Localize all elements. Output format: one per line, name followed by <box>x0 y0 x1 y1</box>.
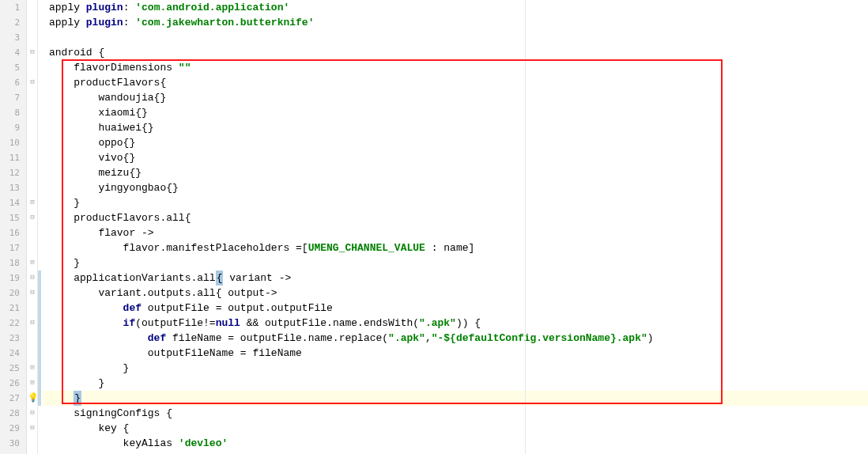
line-number: 10 <box>0 135 20 150</box>
brace-match-highlight: { <box>216 271 224 286</box>
code-line[interactable]: flavor -> <box>43 225 868 240</box>
fold-end-icon: ⊡ <box>28 379 36 387</box>
line-number: 24 <box>0 346 20 361</box>
line-number: 25 <box>0 361 20 376</box>
code-line[interactable]: } <box>43 255 868 271</box>
line-number: 22 <box>0 316 20 331</box>
line-number: 3 <box>0 30 20 45</box>
line-number: 17 <box>0 240 20 255</box>
fold-toggle-icon[interactable]: ⊟ <box>28 78 36 86</box>
fold-toggle-icon[interactable]: ⊟ <box>28 319 36 327</box>
line-number: 18 <box>0 255 20 271</box>
fold-toggle-icon[interactable]: ⊟ <box>28 424 36 432</box>
code-line[interactable]: key { <box>43 421 868 436</box>
code-line[interactable]: apply plugin: 'com.jakewharton.butterkni… <box>43 15 868 30</box>
caret-position: } <box>74 391 81 406</box>
line-number: 5 <box>0 60 20 75</box>
wrap-guide-line <box>525 0 526 454</box>
code-line[interactable]: vivo{} <box>43 150 868 165</box>
code-area[interactable]: apply plugin: 'com.android.application' … <box>43 0 868 454</box>
code-line[interactable]: def fileName = outputFile.name.replace("… <box>43 331 868 346</box>
line-number: 27 <box>0 391 20 406</box>
code-line-current[interactable]: } <box>43 391 868 406</box>
line-number: 28 <box>0 406 20 421</box>
line-number: 26 <box>0 376 20 391</box>
intention-bulb-icon[interactable]: 💡 <box>28 393 37 403</box>
code-line[interactable]: signingConfigs { <box>43 406 868 421</box>
code-line[interactable]: xiaomi{} <box>43 105 868 120</box>
line-number: 8 <box>0 105 20 120</box>
code-line[interactable]: wandoujia{} <box>43 90 868 105</box>
code-line[interactable]: flavor.manifestPlaceholders =[UMENG_CHAN… <box>43 240 868 255</box>
change-marker <box>38 271 41 406</box>
code-line[interactable]: } <box>43 376 868 391</box>
line-number: 6 <box>0 75 20 90</box>
line-number: 9 <box>0 120 20 135</box>
line-number: 12 <box>0 165 20 180</box>
code-line[interactable]: meizu{} <box>43 165 868 180</box>
code-line[interactable]: outputFileName = fileName <box>43 346 868 361</box>
line-number: 7 <box>0 90 20 105</box>
fold-toggle-icon[interactable]: ⊟ <box>28 289 36 297</box>
code-line[interactable]: } <box>43 195 868 210</box>
code-line[interactable]: productFlavors.all{ <box>43 210 868 225</box>
code-line[interactable]: } <box>43 361 868 376</box>
line-number: 20 <box>0 286 20 301</box>
code-line[interactable]: def outputFile = output.outputFile <box>43 301 868 316</box>
line-number: 2 <box>0 15 20 30</box>
code-line[interactable] <box>43 30 868 45</box>
line-number: 15 <box>0 210 20 225</box>
code-line[interactable]: keyAlias 'devleo' <box>43 436 868 451</box>
code-line[interactable]: oppo{} <box>43 135 868 150</box>
code-line[interactable]: applicationVariants.all{ variant -> <box>43 271 868 286</box>
line-number: 29 <box>0 421 20 436</box>
line-number: 4 <box>0 45 20 60</box>
code-line[interactable]: huaiwei{} <box>43 120 868 135</box>
code-line[interactable]: if(outputFile!=null && outputFile.name.e… <box>43 316 868 331</box>
fold-end-icon: ⊡ <box>28 259 36 267</box>
code-line[interactable]: yingyongbao{} <box>43 180 868 195</box>
fold-toggle-icon[interactable]: ⊟ <box>28 214 36 221</box>
fold-toggle-icon[interactable]: ⊟ <box>28 409 36 417</box>
fold-toggle-icon[interactable]: ⊟ <box>28 48 36 56</box>
line-number: 1 <box>0 0 20 15</box>
line-number: 14 <box>0 195 20 210</box>
code-line[interactable]: apply plugin: 'com.android.application' <box>43 0 868 15</box>
line-number: 21 <box>0 301 20 316</box>
line-number: 19 <box>0 271 20 286</box>
line-number: 11 <box>0 150 20 165</box>
code-line[interactable]: android { <box>43 45 868 60</box>
code-line[interactable]: productFlavors{ <box>43 75 868 90</box>
line-number: 16 <box>0 225 20 240</box>
code-line[interactable]: variant.outputs.all{ output-> <box>43 286 868 301</box>
fold-end-icon: ⊡ <box>28 364 36 372</box>
line-number: 30 <box>0 436 20 451</box>
fold-toggle-icon[interactable]: ⊟ <box>28 274 36 282</box>
line-number: 13 <box>0 180 20 195</box>
code-line[interactable]: flavorDimensions "" <box>43 60 868 75</box>
code-editor[interactable]: 1 2 3 4 5 6 7 8 9 10 11 12 13 14 15 16 1… <box>0 0 868 454</box>
line-number-gutter: 1 2 3 4 5 6 7 8 9 10 11 12 13 14 15 16 1… <box>0 0 27 454</box>
line-number: 23 <box>0 331 20 346</box>
fold-end-icon: ⊡ <box>28 199 36 206</box>
fold-gutter[interactable]: ⊟ ⊟ ⊡ ⊟ ⊡ ⊟ ⊟ ⊟ ⊡ ⊡ 💡 ⊟ ⊟ <box>27 0 38 454</box>
